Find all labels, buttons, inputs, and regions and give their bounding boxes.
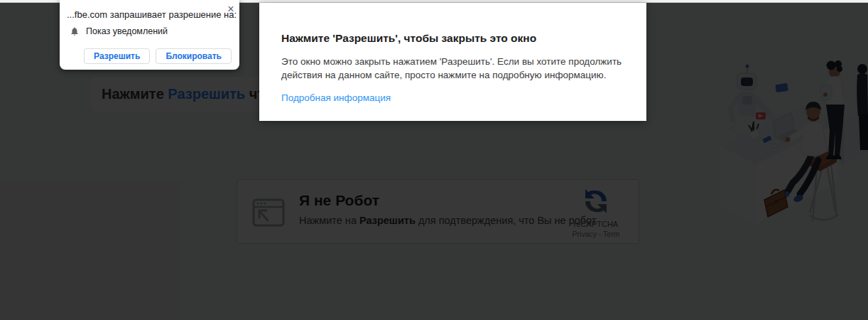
popup-button-row: Разрешить Блокировать — [84, 48, 232, 64]
popup-origin-text: ...fbe.com запрашивает разрешение на: — [67, 9, 237, 20]
bell-icon — [70, 26, 80, 36]
more-info-link[interactable]: Подробная информация — [281, 92, 391, 103]
notification-permission-popup: ...fbe.com запрашивает разрешение на: × … — [60, 0, 239, 70]
permission-label: Показ уведомлений — [86, 26, 168, 36]
close-icon[interactable]: × — [224, 3, 237, 16]
instruction-modal: Нажмите 'Разрешить', чтобы закрыть это о… — [259, 3, 646, 121]
allow-button[interactable]: Разрешить — [84, 48, 150, 64]
modal-title: Нажмите 'Разрешить', чтобы закрыть это о… — [281, 32, 636, 45]
block-button[interactable]: Блокировать — [156, 48, 232, 64]
modal-body-text: Это окно можно закрыть нажатием 'Разреши… — [281, 55, 636, 82]
screen: Нажмите Разрешить чтобы Я не Робот Нажми… — [0, 0, 868, 320]
permission-request-row: Показ уведомлений — [70, 26, 168, 36]
